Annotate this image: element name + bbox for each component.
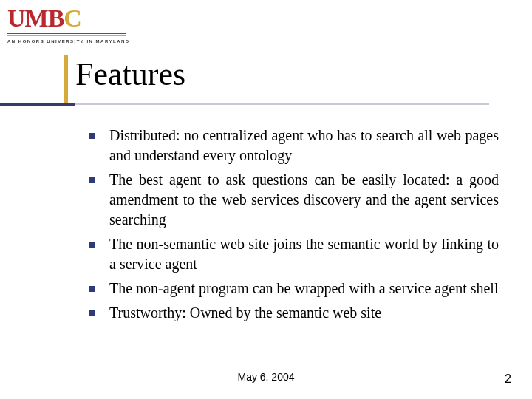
list-item: The best agent to ask questions can be e…: [89, 170, 499, 230]
slide-title: Features: [75, 55, 489, 93]
title-container: Features: [75, 55, 489, 93]
list-item: Distributed: no centralized agent who ha…: [89, 126, 499, 166]
bullet-square-icon: [89, 177, 95, 183]
footer-date: May 6, 2004: [0, 371, 532, 383]
bullet-square-icon: [89, 133, 95, 139]
title-rule-light: [75, 103, 489, 105]
logo-text-main: UMB: [7, 4, 64, 32]
slide: UMBC AN HONORS UNIVERSITY IN MARYLAND Fe…: [0, 0, 532, 399]
list-item: The non-agent program can be wrapped wit…: [89, 279, 499, 299]
title-accent-bar: [64, 55, 68, 103]
bullet-text: The non-semantic web site joins the sema…: [109, 234, 499, 274]
bullet-text: Trustworthy: Owned by the semantic web s…: [109, 303, 499, 323]
logo-underline-gold: [7, 35, 126, 36]
bullet-square-icon: [89, 242, 95, 248]
bullet-text: The best agent to ask questions can be e…: [109, 170, 499, 230]
logo-tagline: AN HONORS UNIVERSITY IN MARYLAND: [7, 39, 130, 44]
body-content: Distributed: no centralized agent who ha…: [89, 126, 499, 327]
title-rule-dark: [0, 103, 75, 106]
bullet-text: The non-agent program can be wrapped wit…: [109, 279, 499, 299]
bullet-square-icon: [89, 310, 95, 316]
page-number: 2: [505, 372, 511, 386]
bullet-text: Distributed: no centralized agent who ha…: [109, 126, 499, 166]
list-item: Trustworthy: Owned by the semantic web s…: [89, 303, 499, 323]
logo-underline-red: [7, 33, 126, 34]
logo-wordmark: UMBC: [7, 6, 130, 31]
bullet-square-icon: [89, 286, 95, 292]
list-item: The non-semantic web site joins the sema…: [89, 234, 499, 274]
logo: UMBC AN HONORS UNIVERSITY IN MARYLAND: [7, 6, 130, 44]
logo-text-accent: C: [64, 4, 81, 32]
